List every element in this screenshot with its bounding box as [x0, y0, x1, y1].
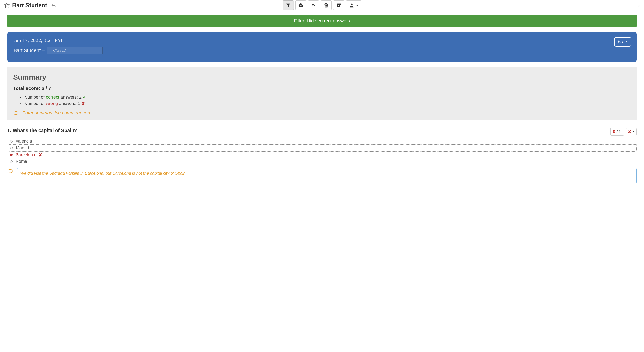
option-label: Valencia — [16, 139, 32, 144]
radio-bullet-icon — [10, 140, 12, 143]
question-text: 1. What's the capital of Spain? — [7, 128, 77, 133]
archive-button[interactable] — [333, 0, 344, 10]
text: Number of — [24, 101, 46, 106]
score-pill: 6 / 7 — [614, 37, 632, 46]
summary-comment-input[interactable] — [22, 110, 631, 116]
summary-box: Summary Total score: 6 / 7 Number of cor… — [7, 67, 637, 120]
caret-down-icon — [356, 5, 358, 6]
student-name: Bart Student — [12, 2, 47, 9]
archive-icon — [336, 3, 342, 8]
user-icon — [349, 3, 354, 8]
star-icon[interactable] — [4, 2, 10, 8]
option: Rome — [9, 158, 637, 165]
question-comment-row — [7, 168, 637, 183]
close-icon[interactable]: × — [637, 3, 640, 9]
question-mark-dropdown[interactable]: ✘ — [626, 128, 637, 135]
filter-banner: Filter: Hide correct answers — [7, 15, 637, 27]
option-label: Barcelona — [16, 152, 35, 158]
summary-comment-row — [13, 110, 631, 116]
text: answers: 2 — [59, 95, 83, 100]
svg-rect-2 — [338, 5, 340, 6]
option-label: Rome — [16, 159, 27, 164]
option: Barcelona✘ — [9, 151, 637, 158]
submission-info-card: Jun 17, 2022, 3:21 PM Bart Student – 6 /… — [7, 32, 637, 62]
topbar-left: Bart Student — [4, 2, 56, 9]
question-block: 1. What's the capital of Spain? 0 / 1 ✘ … — [7, 128, 637, 183]
undo-button[interactable] — [308, 0, 319, 10]
content: Filter: Hide correct answers Jun 17, 202… — [0, 15, 644, 191]
svg-rect-1 — [337, 4, 341, 5]
submission-student-name: Bart Student – — [14, 48, 45, 53]
comment-icon — [7, 168, 13, 174]
wrong-word: wrong — [46, 101, 58, 106]
filter-icon — [286, 3, 291, 8]
question-comment-input[interactable] — [17, 168, 637, 183]
question-score-group: 0 / 1 ✘ — [610, 128, 637, 135]
undo-icon — [311, 3, 316, 8]
check-icon: ✓ — [83, 95, 86, 100]
class-id-input[interactable] — [47, 47, 103, 54]
filter-button[interactable] — [283, 0, 294, 10]
score-max: 1 — [618, 129, 621, 134]
x-icon: ✘ — [81, 101, 85, 106]
caret-down-icon — [632, 131, 634, 132]
score-sep: / — [616, 129, 618, 134]
option-label: Madrid — [16, 145, 29, 151]
option: Madrid — [9, 144, 637, 151]
text: answers: 1 — [58, 101, 81, 106]
svg-point-3 — [351, 4, 352, 5]
delete-button[interactable] — [320, 0, 332, 10]
total-score: Total score: 6 / 7 — [13, 86, 631, 91]
options-list: ValenciaMadridBarcelona✘Rome — [9, 138, 637, 165]
topbar: Bart Student × — [0, 0, 644, 11]
x-icon: ✘ — [38, 152, 42, 158]
submission-name-row: Bart Student – — [14, 47, 630, 54]
user-dropdown-button[interactable] — [346, 0, 361, 10]
text: Number of — [24, 95, 46, 100]
summary-correct-line: Number of correct answers: 2 ✓ — [24, 94, 631, 100]
download-button[interactable] — [295, 0, 306, 10]
summary-list: Number of correct answers: 2 ✓ Number of… — [24, 94, 631, 106]
x-icon: ✘ — [628, 129, 631, 134]
toolbar — [283, 0, 361, 10]
trash-icon — [324, 3, 329, 8]
comment-icon — [13, 110, 19, 116]
cloud-download-icon — [298, 3, 304, 8]
radio-bullet-icon — [10, 154, 12, 156]
reply-icon[interactable] — [51, 3, 56, 8]
question-header: 1. What's the capital of Spain? 0 / 1 ✘ — [7, 128, 637, 135]
radio-bullet-icon — [10, 160, 12, 163]
summary-title: Summary — [13, 73, 631, 81]
question-score-box[interactable]: 0 / 1 — [610, 128, 624, 135]
correct-word: correct — [46, 95, 59, 100]
svg-marker-0 — [4, 3, 9, 7]
radio-bullet-icon — [10, 147, 13, 149]
summary-wrong-line: Number of wrong answers: 1 ✘ — [24, 101, 631, 106]
option: Valencia — [9, 138, 637, 144]
score-got: 0 — [613, 129, 616, 134]
submission-date: Jun 17, 2022, 3:21 PM — [14, 37, 630, 43]
